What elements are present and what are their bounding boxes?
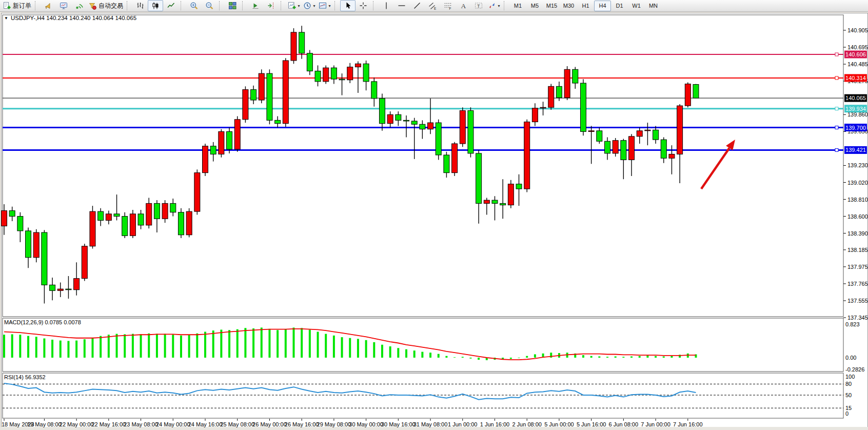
svg-text:19 May 08:00: 19 May 08:00 [27,421,62,427]
svg-text:0.823: 0.823 [845,321,860,327]
toolbar-separator [242,1,246,10]
svg-text:139.934: 139.934 [845,106,866,112]
periods-dropdown-chevron[interactable]: ▾ [313,4,315,8]
hline-handle[interactable] [835,107,838,110]
trendline-button[interactable] [409,0,425,11]
indicators-button[interactable]: ▾ [286,0,302,11]
svg-text:140.905: 140.905 [847,27,868,33]
timeframe-d1-button[interactable]: D1 [611,1,628,11]
chart-canvas[interactable]: 140.905140.695140.485140.275139.860139.6… [0,0,868,430]
svg-text:22 May 00:00: 22 May 00:00 [60,421,94,427]
zoom-in-button[interactable] [186,0,202,11]
line-chart-button[interactable] [163,0,179,11]
zoom-out-button[interactable] [202,0,217,11]
svg-text:31 May 08:00: 31 May 08:00 [413,421,448,427]
equidistant-channel-button[interactable]: E [425,0,440,11]
main-toolbar: 新订单自动交易▾▾▾EFAT▾M1M5M15M30H1H4D1W1MN [0,0,868,12]
toolbar-separator [281,1,285,10]
new-order-button[interactable]: 新订单 [1,0,33,11]
market-horn-button[interactable] [41,0,56,11]
arrows-button[interactable]: ▾ [486,0,502,11]
indicators-dropdown-chevron[interactable]: ▾ [298,4,300,8]
templates-dropdown-chevron[interactable]: ▾ [328,4,330,8]
hline-handle[interactable] [835,76,838,80]
hline-handle[interactable] [835,148,838,151]
tile-windows-icon [228,2,237,10]
signals-icon [75,2,84,10]
timeframe-m15-button[interactable]: M15 [543,1,560,11]
svg-text:6 Jun 08:00: 6 Jun 08:00 [609,421,639,427]
chart-title-text: USDJPY-,H4 140.234 140.240 140.064 140.0… [11,15,136,21]
hline-handle[interactable] [835,53,838,56]
svg-text:140.314: 140.314 [845,75,866,81]
hline-handle[interactable] [835,126,838,129]
svg-text:5 Jun 16:00: 5 Jun 16:00 [577,421,606,427]
svg-text:24 May 00:00: 24 May 00:00 [156,421,190,427]
toolbar-separator [373,1,377,10]
text-button[interactable]: A [456,0,471,11]
cursor-icon [344,2,352,10]
svg-text:137.345: 137.345 [847,315,868,321]
signals-button[interactable] [71,0,87,11]
svg-text:24 May 16:00: 24 May 16:00 [188,421,223,427]
svg-text:137.975: 137.975 [847,264,868,270]
svg-text:7 Jun 00:00: 7 Jun 00:00 [641,421,670,427]
timeframe-mn-button[interactable]: MN [645,1,662,11]
timeframe-w1-button[interactable]: W1 [628,1,645,11]
candlestick-chart-button[interactable] [148,0,163,11]
pane-frame-1 [3,318,843,372]
new-order-label: 新订单 [13,2,31,10]
svg-text:0.00: 0.00 [845,355,856,361]
crosshair-button[interactable] [356,0,371,11]
zoom-in-icon [190,2,199,10]
svg-text:138.185: 138.185 [847,247,868,253]
chart-shift-button[interactable] [263,0,279,11]
periods-icon [303,2,312,10]
vertical-line-button[interactable] [379,0,394,11]
price-axis[interactable]: 140.905140.695140.485140.275139.860139.6… [843,27,868,321]
svg-text:50: 50 [845,392,852,398]
svg-text:138.390: 138.390 [847,230,868,237]
svg-text:30 May 16:00: 30 May 16:00 [381,421,416,427]
time-axis[interactable]: 18 May 202319 May 08:0022 May 00:0022 Ma… [2,419,703,427]
chart-monitor-button[interactable] [56,0,71,11]
templates-button[interactable]: ▾ [317,0,332,11]
cursor-button[interactable] [340,0,356,11]
horizontal-line-button[interactable] [394,0,409,11]
periods-button[interactable]: ▾ [302,0,317,11]
macd-indicator-label: MACD(12,26,9) 0.0785 0.0078 [4,319,81,325]
tile-windows-button[interactable] [225,0,240,11]
svg-text:23 May 08:00: 23 May 08:00 [124,421,158,427]
svg-text:E: E [434,6,437,10]
svg-text:30 May 00:00: 30 May 00:00 [349,421,383,427]
timeframe-h4-button[interactable]: H4 [594,1,611,11]
timeframe-m5-button[interactable]: M5 [526,1,543,11]
indicators-icon [288,2,297,10]
auto-scroll-button[interactable] [248,0,263,11]
svg-text:5 Jun 00:00: 5 Jun 00:00 [544,421,574,427]
arrows-dropdown-chevron[interactable]: ▾ [498,4,500,8]
text-label-button[interactable]: T [471,0,486,11]
svg-text:1 Jun 00:00: 1 Jun 00:00 [448,421,478,427]
chart-title: ▼ USDJPY-,H4 140.234 140.240 140.064 140… [4,15,136,21]
toolbar-separator [35,1,39,10]
timeframe-h1-button[interactable]: H1 [577,1,594,11]
rsi-indicator-label: RSI(14) 56.9352 [4,374,46,380]
svg-text:2 Jun 08:00: 2 Jun 08:00 [512,421,542,427]
auto-trading-button[interactable]: 自动交易 [87,0,125,11]
arrows-icon [488,2,497,10]
svg-text:140.695: 140.695 [847,44,868,50]
svg-text:139.020: 139.020 [847,180,868,186]
svg-text:F: F [449,6,451,10]
bar-chart-button[interactable] [132,0,148,11]
toolbar-separator [334,1,339,10]
timeframe-m1-button[interactable]: M1 [509,1,526,11]
fibonacci-icon: F [444,2,452,10]
svg-text:7 Jun 16:00: 7 Jun 16:00 [673,421,703,427]
svg-text:A: A [461,2,466,10]
fibonacci-button[interactable]: F [440,0,456,11]
market-horn-icon [44,2,53,10]
svg-text:26 May 16:00: 26 May 16:00 [285,421,319,427]
chart-context-chevron[interactable]: ▼ [4,16,8,21]
timeframe-m30-button[interactable]: M30 [560,1,577,11]
